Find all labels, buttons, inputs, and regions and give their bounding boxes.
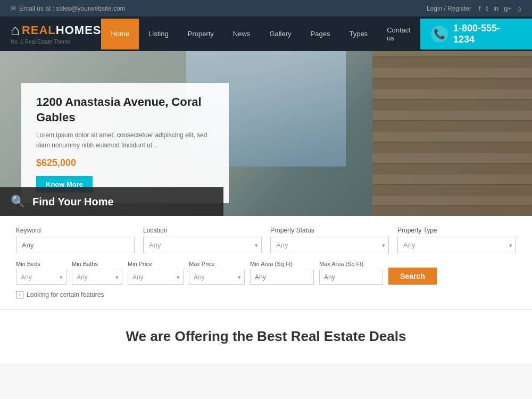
location-field: Location Any — [143, 227, 262, 253]
search-form-section: Keyword Location Any Property Status Any… — [0, 216, 532, 310]
max-price-select-wrapper: Any — [189, 270, 245, 285]
facebook-icon[interactable]: f — [479, 4, 481, 12]
max-price-select[interactable]: Any — [189, 270, 245, 285]
bottom-section: We are Offering the Best Real Estate Dea… — [0, 310, 532, 363]
phone-area: 📞 1-800-555-1234 — [420, 19, 532, 49]
email-text: Email us at : sales@yourwebsite.com — [19, 5, 126, 12]
location-select-wrapper: Any — [143, 237, 262, 253]
max-price-label: Max Price — [189, 261, 245, 267]
logo-tagline: No. 1 Real Estate Theme — [11, 39, 101, 45]
top-bar: ✉ Email us at : sales@yourwebsite.com Lo… — [0, 0, 532, 16]
logo-area: ⌂ REALHOMES No. 1 Real Estate Theme — [11, 16, 101, 51]
property-price: $625,000 — [36, 157, 214, 169]
min-beds-label: Min Beds — [16, 261, 66, 267]
min-baths-label: Min Baths — [72, 261, 122, 267]
min-price-field: Min Price Any — [128, 261, 184, 285]
type-select[interactable]: Any — [397, 237, 516, 253]
location-label: Location — [143, 227, 262, 234]
keyword-label: Keyword — [16, 227, 135, 234]
logo-text: REALHOMES — [22, 23, 102, 37]
min-area-field: Min Area (Sq Ft) — [250, 261, 314, 285]
twitter-icon[interactable]: t — [486, 4, 488, 12]
min-price-label: Min Price — [128, 261, 184, 267]
type-select-wrapper: Any — [397, 237, 516, 253]
logo: ⌂ REALHOMES — [11, 23, 101, 38]
max-area-field: Max Area (Sq Ft) — [319, 261, 383, 285]
house-icon: ⌂ — [11, 23, 20, 38]
min-price-select-wrapper: Any — [128, 270, 184, 285]
keyword-input[interactable] — [16, 237, 135, 253]
status-select[interactable]: Any — [270, 237, 389, 253]
keyword-field: Keyword — [16, 227, 135, 253]
phone-icon: 📞 — [431, 26, 448, 43]
min-price-select[interactable]: Any — [128, 270, 184, 285]
nav-contact[interactable]: Contact us — [377, 19, 420, 49]
max-price-field: Max Price Any — [189, 261, 245, 285]
main-nav: Home Listing Property News Gallery Pages… — [101, 19, 420, 49]
login-register-link[interactable]: Login / Register — [427, 5, 471, 12]
min-baths-select-wrapper: Any — [72, 270, 122, 285]
type-label: Property Type — [397, 227, 516, 234]
min-beds-select[interactable]: Any — [16, 270, 66, 285]
min-area-label: Min Area (Sq Ft) — [250, 261, 314, 267]
min-baths-field: Min Baths Any — [72, 261, 122, 285]
phone-number: 1-800-555-1234 — [453, 23, 521, 45]
top-bar-right: Login / Register f t in g+ ⌂ — [427, 4, 521, 12]
search-overlay: 🔍 Find Your Home — [0, 187, 223, 216]
search-button[interactable]: Search — [388, 268, 437, 285]
status-label: Property Status — [270, 227, 389, 234]
nav-home[interactable]: Home — [101, 19, 139, 49]
plus-icon: + — [16, 291, 23, 298]
search-overlay-title: Find Your Home — [32, 196, 114, 208]
type-field: Property Type Any — [397, 227, 516, 253]
nav-listing[interactable]: Listing — [139, 19, 178, 49]
max-area-label: Max Area (Sq Ft) — [319, 261, 383, 267]
property-description: Lorem ipsum dolor sit amet, consectetuer… — [36, 130, 214, 151]
min-area-input[interactable] — [250, 270, 314, 285]
min-beds-field: Min Beds Any — [16, 261, 66, 285]
location-select[interactable]: Any — [143, 237, 262, 253]
max-area-input[interactable] — [319, 270, 383, 285]
top-bar-left: ✉ Email us at : sales@yourwebsite.com — [11, 5, 126, 12]
min-beds-select-wrapper: Any — [16, 270, 66, 285]
status-field: Property Status Any — [270, 227, 389, 253]
nav-gallery[interactable]: Gallery — [260, 19, 301, 49]
property-address: 1200 Anastasia Avenue, Coral Gables — [36, 95, 214, 125]
rss-icon[interactable]: ⌂ — [517, 4, 521, 12]
min-baths-select[interactable]: Any — [72, 270, 122, 285]
features-label: Looking for certain features — [27, 291, 104, 298]
features-toggle[interactable]: + Looking for certain features — [16, 291, 516, 298]
header: ⌂ REALHOMES No. 1 Real Estate Theme Home… — [0, 16, 532, 51]
nav-property[interactable]: Property — [178, 19, 223, 49]
nav-news[interactable]: News — [223, 19, 260, 49]
googleplus-icon[interactable]: g+ — [504, 4, 512, 12]
hero-property-card: 1200 Anastasia Avenue, Coral Gables Lore… — [21, 83, 229, 203]
email-icon: ✉ — [11, 5, 16, 12]
social-icons: f t in g+ ⌂ — [479, 4, 521, 12]
status-select-wrapper: Any — [270, 237, 389, 253]
search-overlay-icon: 🔍 — [11, 195, 25, 209]
nav-pages[interactable]: Pages — [301, 19, 340, 49]
bottom-title: We are Offering the Best Real Estate Dea… — [11, 328, 521, 345]
linkedin-icon[interactable]: in — [493, 4, 498, 12]
search-row-2: Min Beds Any Min Baths Any Min Price Any — [16, 261, 516, 285]
nav-types[interactable]: Types — [339, 19, 377, 49]
search-row-1: Keyword Location Any Property Status Any… — [16, 227, 516, 253]
hero-section: 1200 Anastasia Avenue, Coral Gables Lore… — [0, 51, 532, 216]
